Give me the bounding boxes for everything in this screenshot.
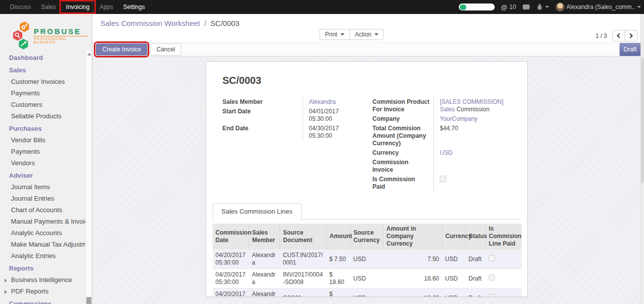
field-value-link[interactable]: USD	[440, 149, 452, 156]
form-statusbar: Create Invoice Cancel Draft	[92, 42, 641, 56]
activities-icon: @	[501, 3, 508, 11]
sidebar-menu: DashboardSalesCustomer InvoicesPaymentsC…	[0, 53, 85, 304]
sidebar-item-label: Vendors	[11, 159, 35, 167]
sidebar-item-label: Journal Entries	[11, 195, 54, 202]
sidebar-item-manual-payments-invoice[interactable]: Manual Payments & Invoice...	[0, 217, 85, 226]
column-header-status[interactable]: Status	[466, 224, 486, 250]
debug-menu[interactable]	[536, 3, 549, 10]
field-label: Commission Invoice	[372, 158, 433, 175]
tab-sales-commission-lines[interactable]: Sales Commission Lines	[213, 203, 302, 220]
field-value: YourCompany	[433, 114, 511, 124]
logo-hexagons-icon	[10, 20, 31, 51]
cell-status: Draft	[466, 269, 486, 289]
sidebar-item-payments[interactable]: Payments	[0, 147, 85, 156]
action-buttons: Print Action	[320, 29, 384, 40]
expand-arrow-icon[interactable]	[4, 279, 7, 283]
app-menu-sales[interactable]: Sales	[36, 1, 61, 12]
expand-arrow-icon[interactable]	[4, 290, 7, 294]
sidebar-scrollbar[interactable]	[85, 51, 92, 304]
field-value-text: Commission	[456, 106, 489, 113]
table-row[interactable]: 04/20/2017 05:30:00AlexandraCUST.IN/2017…	[213, 250, 522, 269]
chevron-down-icon	[374, 33, 378, 35]
cell-currency: USD	[442, 289, 466, 298]
sidebar-item-sellable-products[interactable]: Sellable Products	[0, 111, 85, 121]
field-start-date: Start Date04/01/2017 05:30:00	[223, 107, 361, 124]
print-dropdown-button[interactable]: Print	[320, 29, 350, 40]
app-menu-discuss[interactable]: Discuss	[5, 1, 36, 12]
sidebar-item-journal-entries[interactable]: Journal Entries	[0, 194, 85, 203]
cell-amount-company: 18.60	[383, 269, 442, 289]
field-value-link[interactable]: YourCompany	[440, 115, 478, 122]
table-row[interactable]: 04/20/2017 10:35:53AlexandraSO008$ 18.60…	[213, 289, 522, 298]
app-menu-invoicing[interactable]: Invoicing	[61, 1, 94, 12]
sidebar: PROBUSE PROFESSIONAL BUSINESS DashboardS…	[0, 14, 92, 304]
checkbox-is-commission-paid[interactable]	[440, 176, 446, 182]
sidebar-section-reports[interactable]: Reports	[0, 264, 85, 273]
column-header-amount[interactable]: Amount	[326, 224, 350, 250]
sidebar-item-vendor-bills[interactable]: Vendor Bills	[0, 135, 85, 145]
field-value-link[interactable]: Alexandra	[309, 98, 336, 105]
breadcrumb-parent-link[interactable]: Sales Commission Worksheet	[100, 19, 200, 27]
sidebar-item-label: Vendor Bills	[11, 136, 45, 144]
column-header-source-document[interactable]: Source Document	[280, 224, 326, 250]
app-menu-settings[interactable]: Settings	[118, 1, 150, 12]
sidebar-item-label: Customers	[11, 101, 42, 108]
field-label: Start Date	[223, 107, 303, 124]
sidebar-item-payments[interactable]: Payments	[0, 88, 85, 98]
pager-counter: 1 / 3	[596, 32, 607, 39]
field-value: $44.70	[433, 124, 511, 148]
sidebar-section-dashboard[interactable]: Dashboard	[0, 53, 85, 62]
sidebar-section-adviser[interactable]: Adviser	[0, 171, 85, 180]
column-header-is-commision-line-paid[interactable]: Is Commision Line Paid	[486, 224, 522, 250]
messages-menu[interactable]	[523, 4, 530, 9]
column-header-source-currency[interactable]: Source Currency	[350, 224, 383, 250]
cancel-button[interactable]: Cancel	[150, 43, 181, 55]
pager-next-button[interactable]	[625, 30, 638, 41]
scrollbar-thumb[interactable]	[641, 58, 644, 183]
sidebar-item-business-intelligence[interactable]: Business Intelligence	[0, 275, 85, 285]
page-scrollbar[interactable]	[641, 14, 644, 304]
sidebar-item-customer-invoices[interactable]: Customer Invoices	[0, 77, 85, 86]
company-logo: PROBUSE PROFESSIONAL BUSINESS	[10, 20, 88, 51]
sidebar-section-commissions[interactable]: Commissions	[0, 299, 85, 304]
field-commision-product-for-invoice: Commision Product For Invoice[SALES COMM…	[372, 97, 511, 114]
app-menu-apps[interactable]: Apps	[94, 1, 118, 12]
column-header-commission-date[interactable]: Commission Date	[213, 224, 249, 250]
app-window: DiscussSalesInvoicingAppsSettings @ 10 A…	[0, 0, 644, 304]
breadcrumb: Sales Commission Worksheet / SC/0003	[92, 14, 641, 27]
column-header-sales-member[interactable]: Sales Member	[249, 224, 280, 250]
app-menus: DiscussSalesInvoicingAppsSettings	[0, 0, 150, 14]
notebook-tabs: Sales Commission Lines	[213, 203, 521, 220]
activities-menu[interactable]: @ 10	[501, 3, 516, 11]
pager-previous-button[interactable]	[612, 30, 625, 41]
main-area: Sales Commission Worksheet / SC/0003 Pri…	[92, 14, 641, 304]
sidebar-item-label: Sellable Products	[11, 112, 61, 120]
sidebar-item-journal-items[interactable]: Journal Items	[0, 182, 85, 192]
recorder-progress	[460, 4, 466, 10]
sidebar-item-pdf-reports[interactable]: PDF Reports	[0, 287, 85, 296]
checkbox-line-paid[interactable]	[489, 275, 495, 281]
sidebar-item-customers[interactable]: Customers	[0, 100, 85, 109]
checkbox-line-paid[interactable]	[489, 255, 495, 261]
sidebar-item-chart-of-accounts[interactable]: Chart of Accounts	[0, 205, 85, 215]
table-row[interactable]: 04/20/2017 05:30:00AlexandraINV/2017/000…	[213, 269, 522, 289]
sidebar-section-purchases[interactable]: Purchases	[0, 124, 85, 133]
checkbox-line-paid[interactable]	[489, 294, 495, 297]
sidebar-item-make-manual-tax-adjustme[interactable]: Make Manual Tax Adjustme...	[0, 240, 85, 249]
column-header-amount-in-company-currency[interactable]: Amount in Company Currency	[383, 224, 442, 250]
create-invoice-button[interactable]: Create Invoice	[96, 43, 147, 55]
column-header-currency[interactable]: Currency	[442, 224, 466, 250]
action-dropdown-button[interactable]: Action	[349, 29, 384, 40]
record-title: SC/0003	[223, 75, 511, 86]
sidebar-item-analytic-accounts[interactable]: Analytic Accounts	[0, 228, 85, 238]
scrollbar-thumb[interactable]	[86, 297, 91, 304]
sidebar-item-vendors[interactable]: Vendors	[0, 158, 85, 168]
cell-sales-member: Alexandra	[249, 250, 280, 269]
chevron-down-icon	[340, 33, 344, 35]
user-menu[interactable]: Alexandra (Sales_comm..	[556, 2, 641, 11]
cell-amount-company: 7.50	[383, 250, 442, 269]
sidebar-item-analytic-entries[interactable]: Analytic Entries	[0, 251, 85, 261]
field-group: Sales MemberAlexandraStart Date04/01/201…	[213, 97, 521, 192]
sidebar-section-sales[interactable]: Sales	[0, 65, 85, 75]
scroll-up-arrow-icon[interactable]	[87, 53, 91, 55]
